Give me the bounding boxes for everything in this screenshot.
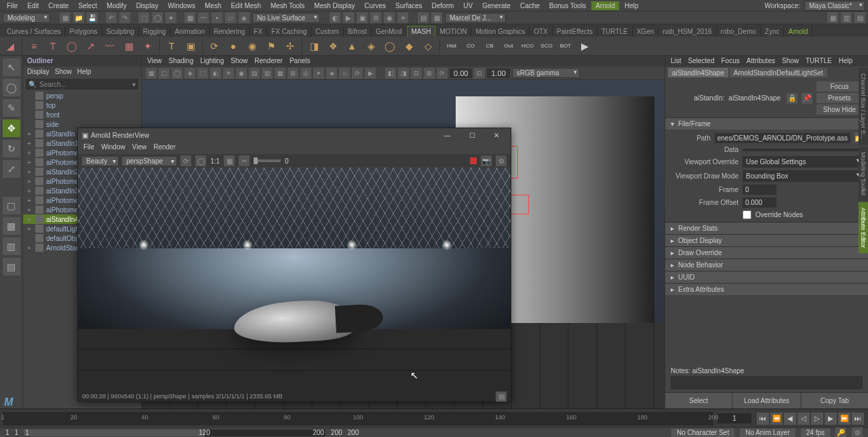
snap-curve-icon[interactable]: 〰 [198,12,209,23]
vp-tool-icon[interactable]: ◐ [210,68,221,79]
vp-tool-icon[interactable]: ✦ [313,68,324,79]
attr-head-value[interactable]: aiStandIn4Shape [728,94,782,102]
tab-otx[interactable]: OTX [530,26,553,37]
shelf-ring-icon[interactable]: ◯ [64,39,79,54]
tool-paint[interactable]: ✎ [3,99,20,117]
outliner-search[interactable]: 🔍 Search... ▾ [26,79,138,90]
vp-menu-show[interactable]: Show [231,57,248,65]
maximize-button[interactable]: ☐ [462,132,482,139]
lasso-icon[interactable]: ◯ [152,12,163,23]
vtab-attreditor[interactable]: Attribute Editor [859,202,868,254]
shelf-list-icon[interactable]: ≡ [26,39,41,54]
outliner-menu-show[interactable]: Show [55,68,72,76]
vp-tool-icon[interactable]: ◯ [172,68,182,79]
attr-tab-show[interactable]: Show [782,57,799,65]
section-objectdisplay[interactable]: ▸Object Display [665,235,868,246]
presets-button[interactable]: Presets [816,93,863,103]
shelf-diamond-icon[interactable]: ◇ [420,39,435,54]
select-button[interactable]: Select [665,393,732,408]
shelf-spark-icon[interactable]: ✦ [140,39,155,54]
vp-tool-icon[interactable]: ⟳ [352,68,363,79]
camera-dropdown[interactable]: perspShape [122,157,176,166]
layout-four-icon[interactable]: ▦ [3,217,20,235]
expand-icon[interactable]: + [26,197,33,204]
section-fileframe[interactable]: ▾ File/Frame [665,118,868,130]
tool-scale[interactable]: ⤢ [3,160,20,178]
vp-tool-icon[interactable]: ☼ [339,68,350,79]
goto-start-icon[interactable]: ⏮ [757,413,769,425]
renderview-canvas[interactable]: ↖ [78,168,511,392]
tab-sculpting[interactable]: Sculpting [102,26,139,37]
vp-tool-icon[interactable]: ▢ [159,68,170,79]
shelf-type-icon[interactable]: T [164,39,179,54]
playback-end-field[interactable]: 200 [331,429,342,436]
expand-icon[interactable]: + [26,206,33,214]
tab-nab[interactable]: nab_HSM_2016 [658,26,716,37]
vp-tool-icon[interactable]: ⬚ [197,68,208,79]
vp-tool-icon[interactable]: ▦ [146,68,157,79]
vp-tool-icon[interactable]: ⊞ [424,68,435,79]
renderview-titlebar[interactable]: ▣ Arnold RenderView — ☐ ✕ [78,128,511,142]
render-settings-icon[interactable]: ⚙ [370,12,381,23]
tab-xgen[interactable]: XGen [633,26,659,37]
shelf-chart-icon[interactable]: ↗ [83,39,98,54]
expand-icon[interactable]: + [26,225,33,233]
tab-turtle[interactable]: TURTLE [597,26,633,37]
override-checkbox[interactable] [743,210,751,219]
shelf-co-icon[interactable]: CO [463,39,478,54]
layout-outline-icon[interactable]: ▤ [3,258,20,276]
vp-tool-icon[interactable]: ◎ [300,68,311,79]
layout3-icon[interactable]: ▤ [854,12,865,23]
vp-field-1[interactable]: 0.00 [450,69,472,78]
snap-plane-icon[interactable]: ▱ [225,12,236,23]
shelf-gem-icon[interactable]: ◆ [401,39,416,54]
save-icon[interactable]: 💾 [87,12,98,23]
expand-icon[interactable]: + [26,130,33,138]
outliner-item[interactable]: top [23,100,141,110]
expand-icon[interactable]: + [26,140,33,147]
section-extraattrs[interactable]: ▸Extra Attributes [665,284,868,295]
attr-path-value[interactable]: enes/DEMOS_ARNOLD/DN_Prototype.ass [715,133,850,143]
section-drawoverride[interactable]: ▸Draw Override [665,247,868,259]
shelf-ball-icon[interactable]: ◉ [245,39,260,54]
workspace-dropdown[interactable]: Maya Classic* [804,1,865,11]
shelf-hist-icon[interactable]: Hist [444,39,459,54]
select-icon[interactable]: ⬚ [138,12,149,23]
rv-menu-file[interactable]: File [83,143,94,153]
shelf-mash-icon[interactable]: ◢ [3,39,18,54]
outliner-menu-display[interactable]: Display [27,68,50,76]
tab-custom[interactable]: Custom [311,26,343,37]
vp-menu-shading[interactable]: Shading [169,57,194,65]
vp-menu-panels[interactable]: Panels [290,57,311,65]
shelf-ico-icon[interactable]: ◈ [363,39,378,54]
fps-dropdown[interactable]: 24 fps [801,428,830,437]
playback-start-field[interactable]: 1 [15,429,19,436]
arnold-renderview-window[interactable]: ▣ Arnold RenderView — ☐ ✕ File Window Vi… [77,128,511,402]
shelf-bot-icon[interactable]: BOT [558,39,573,54]
range-start-field[interactable]: 1 [5,429,9,436]
vp-tool-icon[interactable]: ▤ [249,68,260,79]
section-renderstats[interactable]: ▸Render Stats [665,223,868,234]
vp-tool-icon[interactable]: ☀ [223,68,234,79]
menu-editmesh[interactable]: Edit Mesh [226,1,264,10]
vp-menu-view[interactable]: View [147,57,162,65]
vp-tool-icon[interactable]: ⊞ [288,68,298,79]
play-back-icon[interactable]: ◁ [797,413,810,425]
vp-tool-icon[interactable]: ⊡ [411,68,422,79]
undo-icon[interactable]: ↶ [106,12,117,23]
snap-live-icon[interactable]: ◈ [239,12,250,23]
shelf-sco-icon[interactable]: SCO [539,39,554,54]
chevron-down-icon[interactable]: ▾ [132,81,136,88]
snap-grid-icon[interactable]: ▦ [184,12,195,23]
open-scene-icon[interactable]: 📁 [73,12,84,23]
current-frame-field[interactable]: 1 [717,413,751,423]
menu-meshtools[interactable]: Mesh Tools [267,1,309,10]
cg-icon[interactable]: ◐ [330,12,340,23]
vp-tool-icon[interactable]: ⟳ [437,68,448,79]
ipr-icon[interactable]: ▶ [343,12,354,23]
live-surface-dropdown[interactable]: No Live Surface [252,13,320,23]
outliner-item[interactable]: front [23,110,141,119]
menu-uv[interactable]: UV [459,1,477,10]
lock-icon[interactable]: 🔒 [787,93,797,104]
shelf-sphere-icon[interactable]: ● [226,39,241,54]
